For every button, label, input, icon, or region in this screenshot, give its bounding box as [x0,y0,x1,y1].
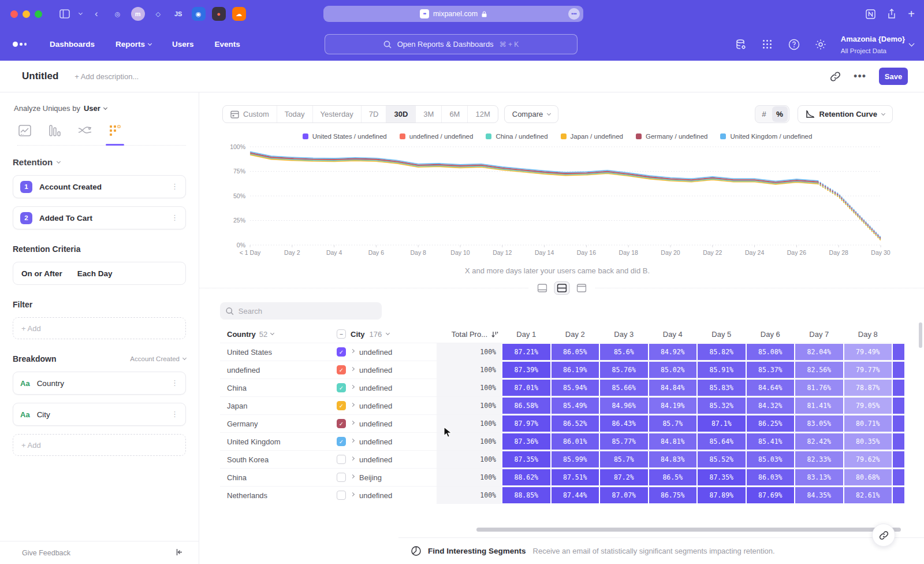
table-search[interactable] [220,302,382,320]
extensions-icon[interactable]: ••• [568,8,580,20]
tab-soundcloud-icon[interactable]: ☁ [232,7,246,21]
total-column-header[interactable]: Total Pro... [437,330,502,339]
row-checkbox[interactable]: ✓ [337,437,346,446]
tab-oneup-icon[interactable]: ◎ [111,7,125,21]
day-column-header[interactable]: Day 6 [746,330,795,339]
expand-chevron-icon[interactable] [351,439,355,443]
range-custom[interactable]: Custom [223,106,277,123]
copy-link-icon[interactable] [830,71,841,82]
window-controls[interactable] [10,10,42,18]
row-checkbox[interactable] [337,491,346,500]
row-checkbox[interactable]: ✓ [337,383,346,392]
share-icon[interactable] [887,9,896,19]
chevron-down-icon[interactable] [79,13,82,14]
tab-patreon-icon[interactable]: ● [212,7,226,21]
expand-chevron-icon[interactable] [351,474,355,478]
report-title[interactable]: Untitled [22,70,58,82]
address-bar[interactable]: •• mixpanel.com ••• [323,6,583,22]
save-button[interactable]: Save [879,68,908,85]
chevron-down-icon[interactable] [57,159,61,163]
more-actions[interactable]: ••• [854,70,866,83]
kebab-menu-icon[interactable]: ⋮ [171,381,178,385]
data-management-icon[interactable] [735,38,747,51]
range-3m[interactable]: 3M [415,106,441,123]
city-column-header[interactable]: – City 176 [336,329,437,339]
add-filter-button[interactable]: + Add [13,317,186,339]
legend-item[interactable]: Japan / undefined [561,133,623,140]
row-checkbox[interactable]: ✓ [337,419,346,428]
add-breakdown-button[interactable]: + Add [13,434,186,456]
maximize-window-icon[interactable] [35,10,42,18]
find-segments-title[interactable]: Find Interesting Segments [428,547,526,555]
expand-chevron-icon[interactable] [351,403,355,407]
tab-funnels[interactable] [47,123,62,138]
day-column-header[interactable]: Day 3 [599,330,649,339]
expand-chevron-icon[interactable] [351,457,355,461]
day-column-header[interactable]: Day 2 [551,330,600,339]
chart-type-selector[interactable]: Retention Curve [798,105,893,123]
legend-item[interactable]: China / undefined [486,133,547,140]
compare-button[interactable]: Compare [504,105,558,123]
kebab-menu-icon[interactable]: ⋮ [171,216,178,220]
absolute-toggle[interactable]: # [757,106,772,122]
mixpanel-logo[interactable] [13,42,27,47]
range-12m[interactable]: 12M [467,106,497,123]
range-yesterday[interactable]: Yesterday [312,106,361,123]
apps-grid-icon[interactable] [761,38,774,51]
nav-link-reports[interactable]: Reports [116,40,151,49]
percent-toggle[interactable]: % [772,106,788,122]
close-window-icon[interactable] [10,10,18,18]
favicon-strip[interactable]: ◎m◇JS◉●☁ [111,7,246,21]
criteria-interval[interactable]: Each Day [77,269,113,278]
country-column-header[interactable]: Country 52 [220,330,336,339]
breakdown-card-country[interactable]: Aa Country ⋮ [13,372,186,395]
vertical-scrollbar[interactable] [919,322,922,348]
chart-only-view-icon[interactable] [534,281,550,295]
step-card-2[interactable]: 2 Added To Cart ⋮ [13,206,186,229]
help-icon[interactable] [788,38,800,51]
select-all-checkbox[interactable]: – [337,329,346,339]
breakdown-event-selector[interactable]: Account Created [130,355,186,362]
row-checkbox[interactable]: ✓ [337,401,346,410]
kebab-menu-icon[interactable]: ⋮ [171,185,178,189]
day-column-header[interactable]: Day 8 [844,330,893,339]
tab-bird-icon[interactable]: ◉ [192,7,206,21]
table-search-input[interactable] [239,307,376,316]
row-checkbox[interactable] [337,473,346,482]
nav-link-events[interactable]: Events [215,40,240,49]
legend-item[interactable]: United States / undefined [303,133,387,140]
tab-flows[interactable] [77,123,92,138]
back-icon[interactable]: ‹ [95,8,98,20]
tab-insights[interactable] [17,123,32,138]
add-description[interactable]: + Add description... [74,72,139,81]
project-switcher[interactable]: Amazonia {Demo} All Project Data [841,33,914,56]
row-checkbox[interactable] [337,455,346,464]
sidebar-toggle-icon[interactable] [59,9,70,18]
tab-m-avatar-icon[interactable]: m [131,7,145,21]
legend-item[interactable]: Germany / undefined [636,133,707,140]
step-card-1[interactable]: 1 Account Created ⋮ [13,175,186,198]
expand-chevron-icon[interactable] [351,385,355,389]
split-view-icon[interactable] [554,281,569,295]
range-7d[interactable]: 7D [361,106,386,123]
criteria-card[interactable]: On or After Each Day [13,262,186,285]
day-column-header[interactable]: Day 4 [649,330,698,339]
expand-chevron-icon[interactable] [351,492,355,496]
tab-cube-icon[interactable]: ◇ [151,7,165,21]
global-search[interactable]: Open Reports & Dashboards ⌘ + K [325,34,578,54]
expand-chevron-icon[interactable] [351,349,355,353]
tab-retention[interactable] [107,123,122,138]
settings-gear-icon[interactable] [814,38,827,51]
expand-chevron-icon[interactable] [351,421,355,425]
row-checkbox[interactable]: ✓ [337,365,346,374]
kebab-menu-icon[interactable]: ⋮ [171,413,178,417]
legend-item[interactable]: undefined / undefined [400,133,474,140]
new-tab-icon[interactable]: + [908,8,915,21]
range-6m[interactable]: 6M [441,106,467,123]
nav-link-dashboards[interactable]: Dashboards [50,40,95,49]
notion-icon[interactable] [866,9,875,19]
range-30d[interactable]: 30D [386,106,415,123]
value-format-toggle[interactable]: # % [755,105,789,123]
range-today[interactable]: Today [277,106,312,123]
day-column-header[interactable]: Day 1 [502,330,551,339]
